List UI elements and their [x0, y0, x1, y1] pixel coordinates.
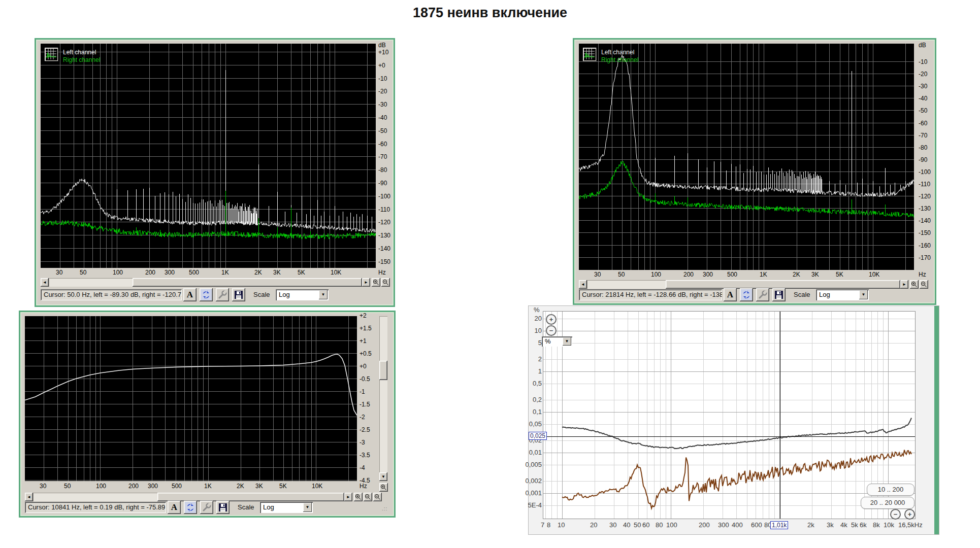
axis-tick-label: 300	[165, 269, 175, 276]
axis-tick-label: -3	[360, 439, 365, 446]
axis-tick-label: 300	[703, 271, 713, 278]
scale-select[interactable]: Log▼	[260, 502, 313, 513]
cursor-y-value: 0,025	[529, 432, 547, 440]
axis-tick-label: 10K	[312, 483, 322, 490]
scrollbar-track[interactable]	[587, 280, 900, 289]
scrollbar-track[interactable]	[33, 493, 344, 501]
scale-select[interactable]: Log▼	[276, 289, 329, 300]
page-title: 1875 неинв включение	[0, 5, 980, 21]
resize-grip[interactable]: .::	[382, 506, 387, 511]
legend-right-channel: Right channel	[601, 56, 638, 63]
save-icon[interactable]	[216, 501, 230, 514]
y-axis-unit: %	[534, 306, 540, 314]
save-icon[interactable]	[232, 288, 245, 301]
axis-tick-label: -10	[378, 75, 387, 82]
axis-tick-label: 20	[590, 521, 597, 529]
axis-tick-label: 1	[521, 367, 542, 375]
axis-tick-label: -30	[919, 83, 927, 90]
axis-tick-label: 3k	[827, 521, 834, 529]
font-button[interactable]: A	[168, 501, 181, 514]
zoom-out-icon[interactable]	[364, 493, 372, 501]
zoom-out-button[interactable]: −	[546, 325, 557, 336]
v-zoom-in-icon[interactable]	[379, 483, 388, 492]
zoom-out-icon[interactable]	[920, 280, 928, 289]
axis-tick-label: -70	[378, 153, 387, 160]
axis-tick-label: 5k	[851, 521, 858, 529]
chevron-down-icon[interactable]: ▼	[319, 290, 328, 299]
axis-tick-label: 500	[172, 483, 182, 490]
axis-tick-label: -100	[919, 168, 931, 176]
x-axis-unit: Hz	[919, 271, 926, 278]
range-button-20-20000[interactable]: 20 .. 20 000	[861, 497, 914, 509]
axis-tick-label: -0.5	[360, 375, 370, 383]
spectrum-icon[interactable]	[583, 48, 597, 61]
axis-tick-label: 10K	[869, 271, 879, 278]
refresh-icon[interactable]	[740, 288, 753, 301]
zoom-in-icon[interactable]	[910, 280, 919, 289]
v-scrollbar-thumb[interactable]	[379, 361, 387, 380]
spectrum1-plot[interactable]: Left channel Right channel	[41, 44, 376, 268]
axis-tick-label: 8	[547, 521, 550, 529]
scroll-left-button[interactable]: ◄	[25, 493, 33, 501]
spectrum2-plot[interactable]: Left channel Right channel	[579, 44, 914, 270]
h-scrollbar: ◄ ►	[36, 278, 390, 287]
scroll-left-button[interactable]: ◄	[579, 280, 587, 289]
axis-tick-label: 200	[145, 269, 155, 276]
zoom-out-icon[interactable]	[373, 493, 382, 501]
scroll-right-button[interactable]: ►	[900, 280, 908, 289]
zoom-in-icon[interactable]	[354, 493, 363, 501]
axis-tick-label: 8k	[873, 521, 880, 529]
axis-tick-label: 50	[634, 521, 641, 529]
axis-tick-label: -70	[919, 132, 927, 139]
scale-value: Log	[819, 291, 830, 298]
range-button-10-200[interactable]: 10 .. 200	[867, 484, 914, 496]
chevron-down-icon[interactable]: ▼	[563, 337, 571, 346]
scroll-left-button[interactable]: ◄	[41, 278, 49, 287]
axis-tick-label: +1.5	[360, 325, 372, 332]
zoom-in-icon[interactable]	[372, 278, 380, 287]
v-scrollbar[interactable]: ▼	[379, 316, 387, 481]
zoom-in-button[interactable]: +	[904, 509, 915, 520]
zoom-in-button[interactable]: +	[546, 314, 557, 325]
wrench-icon[interactable]	[200, 501, 213, 514]
scrollbar-track[interactable]	[49, 278, 362, 287]
refresh-icon[interactable]	[184, 501, 197, 514]
save-icon[interactable]	[772, 288, 786, 301]
axis-tick-label: 7	[541, 521, 544, 529]
font-button[interactable]: A	[183, 288, 197, 301]
cursor-x-value: 1,01k	[770, 521, 788, 529]
axis-tick-label: 20	[521, 315, 542, 322]
scrollbar-thumb[interactable]	[157, 493, 344, 501]
zoom-out-icon[interactable]	[381, 278, 390, 287]
chevron-down-icon[interactable]: ▼	[859, 290, 868, 299]
chevron-down-icon[interactable]: ▼	[303, 503, 312, 512]
zoom-out-button[interactable]: −	[890, 509, 901, 520]
unit-select[interactable]: %▼	[542, 336, 572, 347]
scroll-down-button[interactable]: ▼	[379, 472, 387, 481]
legend-left-channel: Left channel	[63, 49, 96, 56]
scroll-right-button[interactable]: ►	[344, 493, 352, 501]
font-button[interactable]: A	[724, 288, 737, 301]
wrench-icon[interactable]	[756, 288, 769, 301]
scrollbar-thumb[interactable]	[666, 280, 900, 289]
axis-tick-label: -40	[378, 114, 387, 121]
axis-tick-label: 2K	[793, 271, 800, 278]
axis-tick-label: -140	[378, 245, 390, 252]
axis-tick-label: 500	[189, 269, 199, 276]
response-plot[interactable]	[25, 316, 357, 481]
axis-tick-label: 0,01	[521, 449, 542, 456]
axis-tick-label: -150	[919, 229, 931, 236]
axis-tick-label: -40	[919, 95, 927, 102]
legend-left-channel: Left channel	[601, 49, 634, 56]
axis-tick-label: 10	[558, 521, 565, 529]
spectrum-icon[interactable]	[45, 48, 58, 61]
axis-tick-label: -1	[360, 388, 365, 395]
axis-tick-label: 200	[683, 271, 694, 278]
scale-value: Log	[263, 503, 274, 511]
thd-plot[interactable]	[543, 311, 916, 519]
scale-select[interactable]: Log▼	[816, 289, 869, 300]
scroll-right-button[interactable]: ►	[362, 278, 370, 287]
scrollbar-thumb[interactable]	[133, 278, 362, 287]
refresh-icon[interactable]	[200, 288, 213, 301]
wrench-icon[interactable]	[216, 288, 229, 301]
